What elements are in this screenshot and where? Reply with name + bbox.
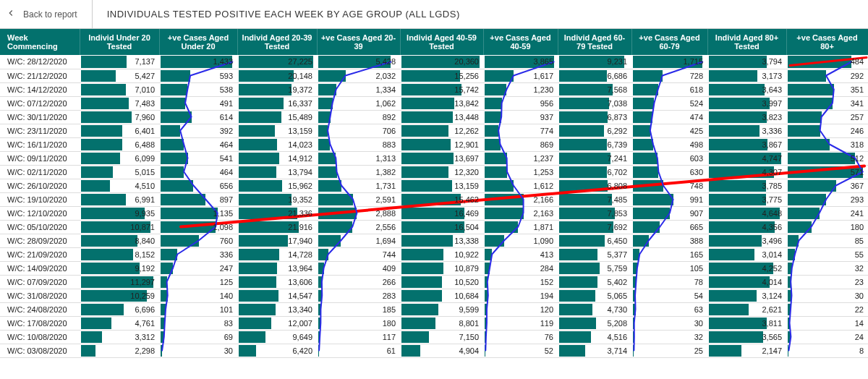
table-row[interactable]: W/C: 28/12/20207,1371,43327,2255,42820,3… [0,55,868,69]
data-cell: 4,904 [400,344,483,357]
col-header-1[interactable]: Individ Under 20 Tested [80,29,159,55]
data-cell: 6,292 [558,124,631,137]
table-row[interactable]: W/C: 12/10/20209,9351,13521,3362,88816,4… [0,206,868,220]
table-row[interactable]: W/C: 07/12/20207,48349116,3371,06213,842… [0,96,868,110]
data-cell: 69 [159,330,237,344]
data-cell: 706 [317,124,400,137]
data-cell: 10,871 [80,220,159,234]
data-cell: 6,488 [80,137,159,151]
col-header-3[interactable]: Individ Aged 20-39 Tested [237,29,317,55]
data-cell: 13,159 [400,179,483,192]
data-cell: 1,612 [483,179,558,192]
data-cell: 4,252 [707,261,786,275]
data-cell: 318 [786,137,868,151]
week-label: W/C: 28/09/2020 [0,234,80,247]
table-row[interactable]: W/C: 31/08/202010,25914014,54728310,6841… [0,289,868,302]
data-cell: 5,428 [317,55,400,69]
data-cell: 6,401 [80,124,159,137]
data-cell: 257 [786,110,868,124]
week-label: W/C: 12/10/2020 [0,206,80,220]
data-cell: 3,643 [707,82,786,96]
data-cell: 571 [786,165,868,179]
table-row[interactable]: W/C: 16/11/20206,48846414,02388312,90186… [0,137,868,151]
data-cell: 3,811 [707,316,786,330]
data-cell: 618 [631,82,707,96]
data-cell: 76 [483,330,558,344]
table-row[interactable]: W/C: 30/11/20207,96061415,48989213,44893… [0,110,868,124]
data-cell: 13,842 [400,96,483,110]
data-cell: 13,448 [400,110,483,124]
data-cell: 292 [786,69,868,82]
data-cell: 7,485 [558,192,631,206]
data-cell: 6,450 [558,234,631,247]
data-cell: 524 [631,96,707,110]
data-cell: 614 [159,110,237,124]
data-cell: 17,940 [237,234,317,247]
data-cell: 1,731 [317,179,400,192]
data-cell: 665 [631,220,707,234]
data-cell: 23 [786,275,868,289]
data-cell: 16,337 [237,96,317,110]
data-cell: 3,785 [707,179,786,192]
table-row[interactable]: W/C: 14/09/20209,19224713,96440910,87928… [0,261,868,275]
week-label: W/C: 24/08/2020 [0,302,80,316]
col-header-5[interactable]: Individ Aged 40-59 Tested [400,29,483,55]
table-row[interactable]: W/C: 21/09/20208,15233614,72874410,92241… [0,247,868,261]
table-row[interactable]: W/C: 02/11/20205,01546413,7941,38212,320… [0,165,868,179]
data-cell: 24 [786,330,868,344]
table-row[interactable]: W/C: 19/10/20206,99189719,3522,59115,462… [0,192,868,206]
table-row[interactable]: W/C: 26/10/20204,51065615,9621,73113,159… [0,179,868,192]
data-cell: 9,192 [80,261,159,275]
data-cell: 869 [483,137,558,151]
week-label: W/C: 07/09/2020 [0,275,80,289]
week-label: W/C: 05/10/2020 [0,220,80,234]
data-cell: 85 [786,234,868,247]
col-header-2[interactable]: +ve Cases Aged Under 20 [159,29,237,55]
data-cell: 8,801 [400,316,483,330]
table-row[interactable]: W/C: 21/12/20205,42759320,1482,03215,256… [0,69,868,82]
week-label: W/C: 19/10/2020 [0,192,80,206]
data-cell: 6,099 [80,151,159,165]
data-cell: 656 [159,179,237,192]
data-grid[interactable]: Week CommencingIndivid Under 20 Tested+v… [0,29,868,358]
data-cell: 125 [159,275,237,289]
col-header-6[interactable]: +ve Cases Aged 40-59 [483,29,558,55]
table-row[interactable]: W/C: 03/08/20202,298306,420614,904523,71… [0,344,868,357]
data-cell: 7,483 [80,96,159,110]
table-row[interactable]: W/C: 05/10/202010,8711,09821,9162,55616,… [0,220,868,234]
col-header-9[interactable]: Individ Aged 80+ Tested [707,29,786,55]
data-cell: 6,873 [558,110,631,124]
data-cell: 14,728 [237,247,317,261]
table-row[interactable]: W/C: 10/08/20203,312699,6491177,150764,5… [0,330,868,344]
data-cell: 2,163 [483,206,558,220]
col-header-7[interactable]: Individ Aged 60-79 Tested [558,29,631,55]
data-cell: 2,166 [483,192,558,206]
table-row[interactable]: W/C: 24/08/20206,69610113,3401859,599120… [0,302,868,316]
data-cell: 3,336 [707,124,786,137]
data-cell: 283 [317,289,400,302]
week-label: W/C: 10/08/2020 [0,330,80,344]
data-cell: 774 [483,124,558,137]
table-row[interactable]: W/C: 09/11/20206,09954114,9121,31313,697… [0,151,868,165]
data-cell: 12,007 [237,316,317,330]
table-row[interactable]: W/C: 17/08/20204,7618312,0071808,8011195… [0,316,868,330]
table-row[interactable]: W/C: 07/09/202011,29712513,60626610,5201… [0,275,868,289]
table-row[interactable]: W/C: 14/12/20207,01053819,3721,33415,742… [0,82,868,96]
table-row[interactable]: W/C: 23/11/20206,40139213,15970612,26277… [0,124,868,137]
data-cell: 3,014 [707,247,786,261]
col-header-4[interactable]: +ve Cases Aged 20-39 [317,29,400,55]
data-cell: 83 [159,316,237,330]
week-label: W/C: 03/08/2020 [0,344,80,357]
col-header-0[interactable]: Week Commencing [0,29,80,55]
data-cell: 5,065 [558,289,631,302]
data-cell: 19,352 [237,192,317,206]
data-cell: 2,147 [707,344,786,357]
table-row[interactable]: W/C: 28/09/20208,84076017,9401,69413,338… [0,234,868,247]
col-header-8[interactable]: +ve Cases Aged 60-79 [631,29,707,55]
col-header-10[interactable]: +ve Cases Aged 80+ [786,29,868,55]
data-cell: 20,148 [237,69,317,82]
data-cell: 12,262 [400,124,483,137]
data-cell: 241 [786,206,868,220]
back-to-report-btn[interactable]: Back to report [6,0,93,28]
data-cell: 425 [631,124,707,137]
